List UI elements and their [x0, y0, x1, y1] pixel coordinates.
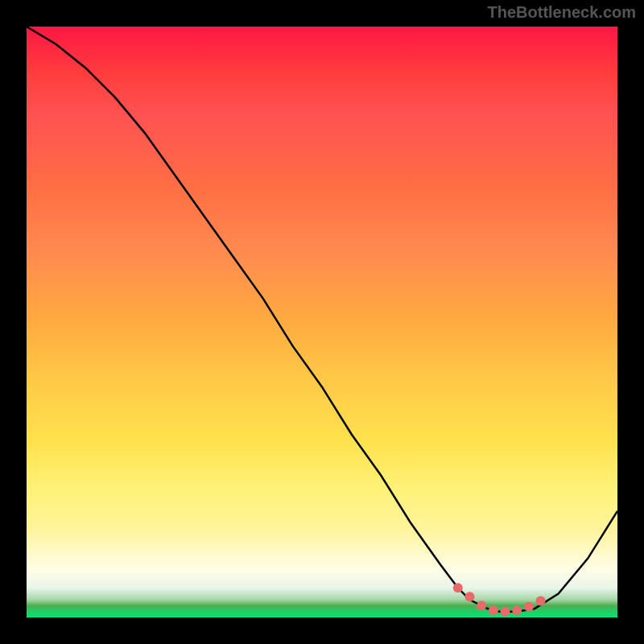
marker-dot: [524, 602, 534, 612]
marker-dot: [501, 607, 510, 617]
marker-dot: [477, 601, 486, 610]
curve-line-path: [27, 27, 617, 612]
marker-dot: [489, 605, 498, 615]
curve-line: [27, 27, 617, 612]
marker-dot: [465, 592, 475, 601]
watermark-text: TheBottleneck.com: [488, 3, 636, 22]
bottleneck-curve-chart: [27, 27, 617, 617]
marker-dot: [536, 596, 546, 605]
marker-dot: [512, 605, 522, 615]
marker-dot: [453, 583, 463, 592]
